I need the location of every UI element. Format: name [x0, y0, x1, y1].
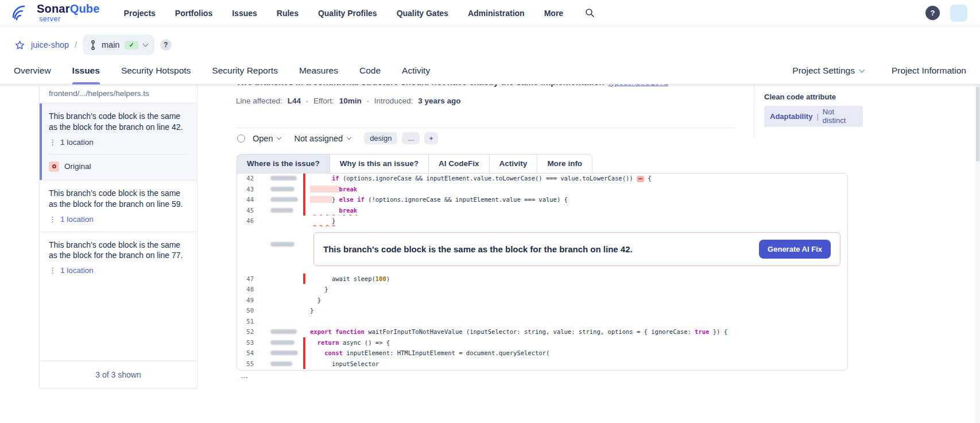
duplicated-block-icon[interactable] — [637, 176, 644, 182]
issue-locations[interactable]: ⋮1 location — [49, 215, 188, 224]
breadcrumb-separator: / — [75, 40, 77, 49]
tab-activity[interactable]: Activity — [402, 57, 430, 84]
line-number[interactable]: 49 — [237, 297, 260, 303]
issues-count-footer: 3 of 3 shown — [40, 361, 197, 388]
clean-code-label: Clean code attribute — [764, 93, 863, 101]
issue-tab-why-is-this-an-issue[interactable]: Why is this an issue? — [330, 154, 429, 174]
code-text: inputSelector — [306, 359, 847, 370]
blame-author-blurred — [270, 351, 298, 355]
tab-security-reports[interactable]: Security Reports — [212, 57, 278, 84]
scrollbar-thumb[interactable] — [976, 87, 979, 161]
code-line-47: 47 await sleep(100) — [237, 274, 847, 284]
code-line-44: 44 } else if (!options.ignoreCase && inp… — [237, 194, 847, 205]
issue-marker-column — [298, 173, 306, 184]
generate-ai-fix-button[interactable]: Generate AI Fix — [759, 240, 831, 259]
user-avatar[interactable] — [950, 5, 967, 22]
nav-item-portfolios[interactable]: Portfolios — [175, 9, 212, 18]
line-number[interactable]: 52 — [237, 328, 260, 335]
issue-card[interactable]: This branch's code block is the same as … — [40, 232, 197, 283]
issue-marker-column — [298, 295, 306, 306]
card-divider — [49, 154, 188, 155]
line-number[interactable]: 43 — [237, 186, 260, 193]
nav-item-rules[interactable]: Rules — [277, 9, 299, 18]
clean-code-badge: Adaptability | Not distinct — [764, 106, 863, 127]
line-number[interactable]: 44 — [237, 196, 260, 203]
tag-item[interactable]: ... — [402, 132, 420, 144]
help-button[interactable]: ? — [925, 6, 940, 20]
line-number[interactable]: 48 — [237, 286, 260, 293]
question-mark-icon: ? — [931, 9, 935, 17]
vertical-scrollbar[interactable] — [975, 84, 980, 423]
line-number[interactable]: 55 — [237, 360, 260, 367]
nav-item-administration[interactable]: Administration — [468, 9, 525, 18]
sonarqube-app: SonarQube server ProjectsPortfoliosIssue… — [0, 0, 980, 423]
code-text: if (options.ignoreCase && inputElement.v… — [306, 173, 847, 184]
effort-value: 10min — [339, 97, 362, 105]
issue-meta-row: Line affected: L44 • Effort: 10min • Int… — [236, 97, 460, 105]
tab-security-hotspots[interactable]: Security Hotspots — [121, 57, 191, 84]
code-expand-indicator[interactable]: … — [241, 371, 249, 380]
line-number[interactable]: 47 — [237, 275, 260, 282]
open-status-icon — [237, 134, 245, 143]
original-row: Original — [49, 161, 188, 172]
locations-label: 1 location — [60, 138, 94, 147]
tab-code[interactable]: Code — [359, 57, 381, 84]
sonarqube-logo[interactable]: SonarQube server — [13, 3, 100, 23]
issue-locations[interactable]: ⋮1 location — [49, 138, 188, 147]
tab-measures[interactable]: Measures — [299, 57, 338, 84]
nav-item-quality-gates[interactable]: Quality Gates — [397, 9, 448, 18]
tag-design[interactable]: design — [364, 132, 397, 144]
line-number[interactable]: 46 — [237, 217, 260, 224]
line-number[interactable]: 51 — [237, 318, 260, 325]
issue-tab-activity[interactable]: Activity — [490, 154, 538, 174]
assignee-select[interactable]: Not assigned — [294, 134, 351, 143]
line-number[interactable]: 53 — [237, 339, 260, 346]
search-button[interactable] — [585, 8, 595, 18]
code-issue-row: This branch's code block is the same as … — [237, 226, 847, 274]
nav-item-more[interactable]: More — [544, 9, 563, 18]
issue-marker-column — [298, 316, 306, 327]
line-number[interactable]: 54 — [237, 349, 260, 356]
nav-item-quality-profiles[interactable]: Quality Profiles — [318, 9, 377, 18]
blame-column — [260, 362, 298, 366]
issue-card[interactable]: This branch's code block is the same as … — [40, 180, 197, 232]
code-viewer: 42 if (options.ignoreCase && inputElemen… — [237, 173, 848, 371]
favorite-star-icon[interactable] — [14, 40, 25, 51]
project-settings-menu[interactable]: Project Settings — [792, 66, 864, 76]
code-text: } — [306, 305, 847, 316]
issue-card[interactable]: This branch's code block is the same as … — [40, 103, 197, 180]
issue-marker-column — [298, 359, 306, 370]
tag-item[interactable]: + — [424, 132, 438, 144]
line-number[interactable]: 45 — [237, 207, 260, 214]
introduced-value: 3 years ago — [418, 97, 460, 105]
issue-location-bar — [303, 173, 305, 184]
issue-tab-more-info[interactable]: More info — [537, 154, 592, 174]
issue-location-bar — [303, 184, 305, 195]
issue-location-bar — [303, 348, 305, 359]
line-affected-value[interactable]: L44 — [288, 97, 301, 105]
branch-icon — [90, 40, 96, 50]
status-select[interactable]: Open — [253, 134, 281, 143]
chevron-down-icon — [277, 135, 281, 140]
branch-selector[interactable]: main ✓ — [83, 34, 154, 55]
nav-item-projects[interactable]: Projects — [124, 9, 156, 18]
issue-tab-ai-codefix[interactable]: AI CodeFix — [429, 154, 490, 174]
issue-marker-column — [298, 194, 306, 205]
issue-marker-column — [298, 337, 306, 348]
issue-locations[interactable]: ⋮1 location — [49, 266, 188, 275]
branch-help-button[interactable]: ? — [160, 39, 172, 51]
project-information-link[interactable]: Project Information — [892, 66, 966, 76]
blame-column — [260, 208, 298, 213]
rule-key-link[interactable]: typescript:S1871 — [609, 84, 668, 87]
nav-item-issues[interactable]: Issues — [232, 9, 257, 18]
line-number[interactable]: 42 — [237, 175, 260, 182]
blame-author-blurred — [270, 242, 295, 247]
breadcrumb-project-link[interactable]: juice-shop — [31, 40, 69, 49]
line-number[interactable]: 50 — [237, 307, 260, 314]
issue-location-bar — [303, 337, 305, 348]
tab-issues[interactable]: Issues — [72, 57, 100, 84]
issue-tab-where-is-the-issue[interactable]: Where is the issue? — [237, 154, 330, 174]
blame-column — [260, 176, 298, 180]
code-line-45: 45 break — [237, 205, 847, 216]
tab-overview[interactable]: Overview — [14, 57, 51, 84]
